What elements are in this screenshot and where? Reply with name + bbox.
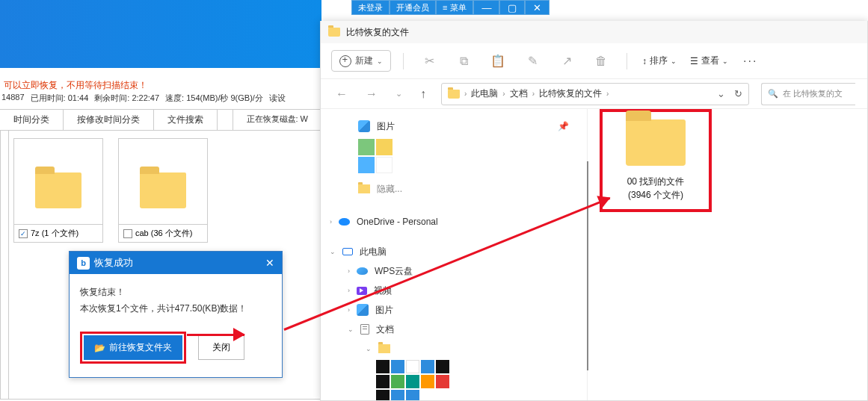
goto-recovery-folder-button[interactable]: 📂前往恢复文件夹 <box>84 335 182 360</box>
explorer-toolbar: 新建 ⌄ ✂ ⧉ 📋 ✎ ↗ 🗑 ↕ 排序 ⌄ ☰ 查看 ⌄ ··· <box>321 43 867 79</box>
recovered-folder-item[interactable]: 00 找到的文件 (3946 个文件) <box>600 109 712 212</box>
delete-icon[interactable]: 🗑 <box>588 48 615 75</box>
checkbox-cab[interactable] <box>123 229 132 238</box>
dialog-title: 恢复成功 <box>94 256 133 270</box>
breadcrumb-item[interactable]: 比特恢复的文件 <box>539 87 602 100</box>
chevron-down-icon[interactable]: ⌄ <box>393 89 405 99</box>
stat-remaining-label: 剩余时间: <box>94 93 129 102</box>
cloud-icon <box>357 267 368 275</box>
pc-icon <box>342 248 353 255</box>
folder-icon <box>140 172 186 208</box>
checkbox-7z[interactable]: ✓ <box>19 229 28 238</box>
stat-speed-label: 速度: <box>165 93 184 102</box>
chevron-right-icon: › <box>502 90 505 98</box>
explorer-nav-tree[interactable]: 图片📌 隐藏... ›OneDrive - Personal ⌄此电脑 ›WPS… <box>321 109 588 400</box>
nav-label: 图片 <box>375 304 393 317</box>
breadcrumb[interactable]: › 此电脑 › 文档 › 比特恢复的文件 › ⌄ ↻ <box>441 83 749 105</box>
item-name: 00 找到的文件 <box>606 175 706 188</box>
close-dialog-button[interactable]: ✕ <box>265 257 274 269</box>
tab-time-category[interactable]: 时间分类 <box>0 110 64 130</box>
explorer-content-pane[interactable]: 00 找到的文件 (3946 个文件) <box>588 109 867 400</box>
file-item-7z[interactable]: ✓7z (1 个文件) <box>13 138 103 243</box>
paste-icon[interactable]: 📋 <box>484 48 511 75</box>
maximize-button[interactable]: ▢ <box>499 0 525 15</box>
sort-icon: ↕ <box>642 56 647 66</box>
pin-icon[interactable]: 📌 <box>558 121 569 131</box>
chevron-down-icon: ⌄ <box>377 57 383 65</box>
back-button[interactable]: ← <box>333 87 351 101</box>
recovery-success-dialog: b 恢复成功 ✕ 恢复结束！ 本次恢复1个文件，共计477.50(KB)数据！ … <box>69 251 283 378</box>
forward-button[interactable]: → <box>363 87 381 101</box>
nav-label: 图片 <box>377 120 395 133</box>
share-icon[interactable]: ↗ <box>553 48 580 75</box>
chevron-right-icon: › <box>464 90 467 98</box>
nav-wps[interactable]: ›WPS云盘 <box>340 261 581 281</box>
nav-images[interactable]: 图片📌 <box>340 116 581 136</box>
nav-docs[interactable]: ⌄文档 <box>340 320 581 339</box>
stat-elapsed: 01:44 <box>68 93 89 102</box>
stat-elapsed-label: 已用时间: <box>31 93 66 102</box>
goto-button-label: 前往恢复文件夹 <box>109 341 172 354</box>
folder-icon <box>378 344 390 353</box>
sort-label: 排序 <box>650 55 668 67</box>
minimize-button[interactable]: — <box>473 0 499 15</box>
more-options-button[interactable]: ··· <box>739 55 762 68</box>
copy-icon[interactable]: ⧉ <box>450 48 477 75</box>
menu-label: 菜单 <box>450 2 467 13</box>
nav-label: OneDrive - Personal <box>357 217 438 227</box>
search-input[interactable]: 🔍 在 比特恢复的文 <box>761 83 855 105</box>
window-title: 比特恢复的文件 <box>346 26 409 39</box>
explorer-titlebar: 比特恢复的文件 <box>321 21 867 43</box>
dialog-result-line: 恢复结束！ <box>80 285 271 301</box>
stat-scanned: 14887 <box>1 93 25 104</box>
not-logged-in-button[interactable]: 未登录 <box>351 0 390 15</box>
nav-label: 文档 <box>376 323 394 336</box>
folder-icon <box>328 28 340 37</box>
scroll-indicator <box>587 161 588 370</box>
folder-icon <box>448 90 460 99</box>
nav-label: WPS云盘 <box>375 265 413 278</box>
bg-tabs: 时间分类 按修改时间分类 文件搜索 正在恢复磁盘: W <box>0 109 321 131</box>
tab-recovering-status: 正在恢复磁盘: W <box>233 110 322 130</box>
folder-icon <box>358 184 370 193</box>
dialog-logo-icon: b <box>77 257 90 270</box>
file-item-cab[interactable]: cab (36 个文件) <box>118 138 208 243</box>
highlight-box: 📂前往恢复文件夹 <box>80 332 186 364</box>
left-slim-panel <box>0 131 9 400</box>
annotation-arrow <box>187 334 244 336</box>
breadcrumb-item[interactable]: 此电脑 <box>471 87 498 100</box>
chevron-right-icon: › <box>532 90 535 98</box>
nav-onedrive[interactable]: ›OneDrive - Personal <box>340 212 581 231</box>
rename-icon[interactable]: ✎ <box>519 48 546 75</box>
stats-bar: 14887 已用时间: 01:44 剩余时间: 2:22:47 速度: 154(… <box>0 93 286 104</box>
refresh-icon[interactable]: ↻ <box>734 88 742 99</box>
vip-button[interactable]: 开通会员 <box>390 0 436 15</box>
document-icon <box>360 324 369 335</box>
tab-file-search[interactable]: 文件搜索 <box>154 110 218 130</box>
nav-unnamed-folder[interactable]: ⌄ <box>340 339 581 358</box>
explorer-window: 比特恢复的文件 新建 ⌄ ✂ ⧉ 📋 ✎ ↗ 🗑 ↕ 排序 ⌄ ☰ 查看 ⌄ ·… <box>320 21 868 401</box>
onedrive-icon <box>339 218 350 226</box>
breadcrumb-item[interactable]: 文档 <box>510 87 528 100</box>
up-button[interactable]: ↑ <box>417 87 429 101</box>
dropdown-icon[interactable]: ⌄ <box>717 88 725 99</box>
nav-label: 隐藏... <box>377 183 402 196</box>
sort-button[interactable]: ↕ 排序 ⌄ <box>639 52 680 70</box>
view-button[interactable]: ☰ 查看 ⌄ <box>687 52 731 70</box>
file-item-label: cab (36 个文件) <box>135 228 192 239</box>
folder-icon <box>626 119 686 166</box>
nav-images-2[interactable]: ›图片 <box>340 300 581 320</box>
menu-button[interactable]: ≡菜单 <box>436 0 473 15</box>
tab-modified-time[interactable]: 按修改时间分类 <box>64 110 154 130</box>
chevron-down-icon: ⌄ <box>722 57 728 65</box>
close-bg-button[interactable]: ✕ <box>525 0 550 15</box>
stat-remaining: 2:22:47 <box>132 93 159 102</box>
folder-open-icon: 📂 <box>94 343 105 353</box>
stat-speed: 154(MB)/秒 9(GB)/分 <box>186 93 263 102</box>
video-icon <box>357 287 367 295</box>
warning-text: 可以立即恢复，不用等待扫描结束！ <box>0 79 147 92</box>
new-button[interactable]: 新建 ⌄ <box>331 50 391 72</box>
image-icon <box>357 304 369 316</box>
nav-hidden-folder[interactable]: 隐藏... <box>340 179 581 199</box>
cut-icon[interactable]: ✂ <box>416 48 443 75</box>
